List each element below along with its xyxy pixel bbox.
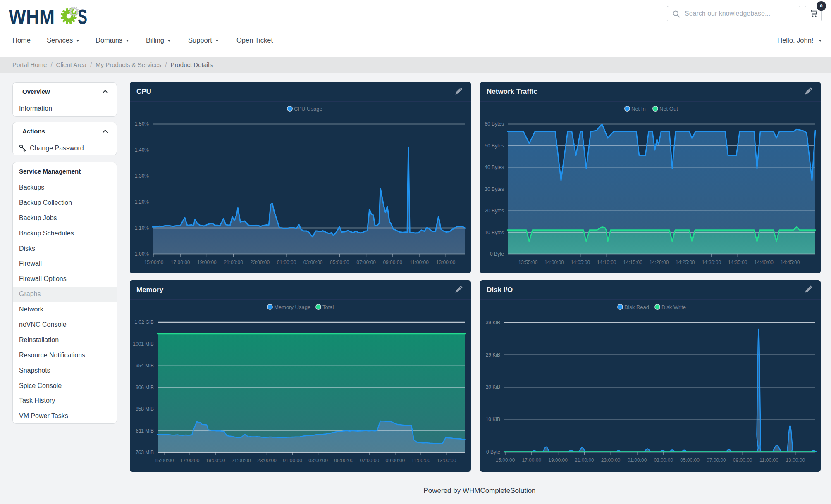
svg-text:10 Bytes: 10 Bytes	[485, 230, 504, 235]
svg-text:0 Byte: 0 Byte	[486, 449, 500, 455]
svg-text:01:00:00: 01:00:00	[277, 259, 296, 265]
svg-text:Disk Write: Disk Write	[661, 304, 686, 310]
svg-text:Net In: Net In	[631, 106, 646, 112]
svg-text:1.00%: 1.00%	[135, 251, 149, 257]
svg-text:03:00:00: 03:00:00	[303, 259, 323, 265]
svg-text:1.10%: 1.10%	[135, 225, 149, 231]
svg-text:21:00:00: 21:00:00	[224, 259, 243, 265]
svg-text:14:05:00: 14:05:00	[571, 259, 590, 265]
svg-text:17:00:00: 17:00:00	[180, 458, 200, 464]
svg-text:WHM: WHM	[9, 5, 55, 29]
svg-text:1.20%: 1.20%	[135, 199, 149, 205]
svg-text:1001 MiB: 1001 MiB	[133, 341, 154, 347]
svg-text:13:00:00: 13:00:00	[437, 458, 456, 464]
svg-text:14:35:00: 14:35:00	[728, 259, 747, 265]
svg-text:11:00:00: 11:00:00	[410, 259, 429, 265]
svg-text:29 KiB: 29 KiB	[486, 352, 500, 358]
svg-text:858 MiB: 858 MiB	[136, 406, 154, 412]
svg-text:19:00:00: 19:00:00	[206, 458, 225, 464]
svg-text:05:00:00: 05:00:00	[334, 458, 353, 464]
svg-text:15:00:00: 15:00:00	[155, 458, 174, 464]
svg-text:05:00:00: 05:00:00	[330, 259, 349, 265]
svg-text:14:30:00: 14:30:00	[702, 259, 721, 265]
svg-text:811 MiB: 811 MiB	[136, 428, 154, 434]
svg-text:07:00:00: 07:00:00	[707, 457, 726, 463]
svg-text:CPU Usage: CPU Usage	[294, 106, 322, 112]
svg-text:17:00:00: 17:00:00	[522, 457, 541, 463]
svg-text:14:10:00: 14:10:00	[597, 259, 616, 265]
svg-text:07:00:00: 07:00:00	[360, 458, 379, 464]
svg-text:14:20:00: 14:20:00	[650, 259, 669, 265]
svg-text:1.40%: 1.40%	[135, 147, 149, 153]
svg-text:14:25:00: 14:25:00	[676, 259, 695, 265]
svg-text:14:15:00: 14:15:00	[623, 259, 642, 265]
svg-text:13:00:00: 13:00:00	[436, 259, 456, 265]
svg-text:Memory Usage: Memory Usage	[274, 304, 310, 310]
svg-text:03:00:00: 03:00:00	[308, 458, 328, 464]
svg-text:15:00:00: 15:00:00	[144, 259, 164, 265]
svg-text:09:00:00: 09:00:00	[386, 458, 405, 464]
svg-text:906 MiB: 906 MiB	[136, 385, 154, 390]
svg-text:11:00:00: 11:00:00	[411, 458, 430, 464]
svg-text:Disk Read: Disk Read	[624, 304, 649, 310]
svg-text:21:00:00: 21:00:00	[575, 457, 594, 463]
svg-text:15:00:00: 15:00:00	[496, 457, 515, 463]
svg-text:Total: Total	[322, 304, 334, 310]
svg-text:14:00:00: 14:00:00	[544, 259, 564, 265]
svg-text:23:00:00: 23:00:00	[250, 259, 270, 265]
svg-text:14:40:00: 14:40:00	[754, 259, 774, 265]
svg-text:1.30%: 1.30%	[135, 173, 149, 179]
svg-text:21:00:00: 21:00:00	[232, 458, 251, 464]
svg-text:19:00:00: 19:00:00	[197, 259, 217, 265]
svg-text:60 Bytes: 60 Bytes	[485, 121, 504, 127]
svg-text:39 KiB: 39 KiB	[486, 320, 500, 326]
svg-text:S: S	[78, 5, 87, 29]
svg-text:11:00:00: 11:00:00	[759, 457, 778, 463]
svg-text:09:00:00: 09:00:00	[383, 259, 402, 265]
svg-text:30 Bytes: 30 Bytes	[485, 186, 504, 192]
svg-text:01:00:00: 01:00:00	[628, 457, 647, 463]
svg-text:0 Byte: 0 Byte	[490, 251, 504, 257]
svg-text:19:00:00: 19:00:00	[548, 457, 568, 463]
svg-text:03:00:00: 03:00:00	[654, 457, 673, 463]
svg-text:07:00:00: 07:00:00	[356, 259, 376, 265]
svg-text:Net Out: Net Out	[659, 106, 678, 112]
svg-text:10 KiB: 10 KiB	[486, 416, 500, 422]
svg-text:1.50%: 1.50%	[135, 121, 149, 127]
svg-text:1.02 GiB: 1.02 GiB	[134, 319, 154, 325]
svg-text:23:00:00: 23:00:00	[601, 457, 621, 463]
svg-text:05:00:00: 05:00:00	[680, 457, 700, 463]
svg-text:13:00:00: 13:00:00	[786, 457, 805, 463]
svg-text:01:00:00: 01:00:00	[283, 458, 302, 464]
svg-text:20 Bytes: 20 Bytes	[485, 208, 504, 214]
svg-text:40 Bytes: 40 Bytes	[485, 164, 504, 170]
svg-text:50 Bytes: 50 Bytes	[485, 143, 504, 149]
svg-text:14:45:00: 14:45:00	[781, 259, 800, 265]
svg-text:09:00:00: 09:00:00	[733, 457, 752, 463]
svg-text:23:00:00: 23:00:00	[257, 458, 277, 464]
svg-text:954 MiB: 954 MiB	[136, 363, 154, 368]
svg-text:20 KiB: 20 KiB	[486, 384, 500, 390]
svg-text:17:00:00: 17:00:00	[171, 259, 190, 265]
svg-text:13:55:00: 13:55:00	[518, 259, 538, 265]
svg-text:763 MiB: 763 MiB	[136, 449, 154, 455]
